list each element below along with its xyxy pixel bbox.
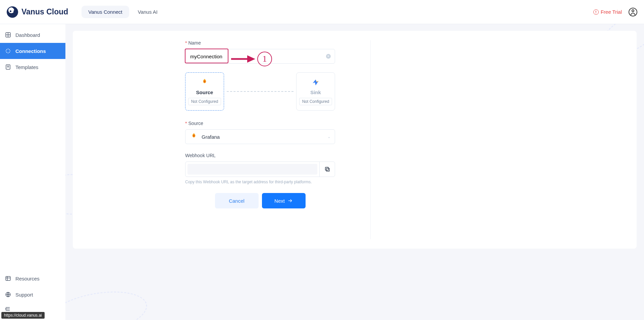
webhook-row (185, 162, 335, 177)
svg-rect-15 (326, 168, 329, 171)
sink-icon (311, 78, 320, 87)
user-icon (632, 9, 634, 12)
grafana-icon (190, 132, 198, 141)
form-actions: Cancel Next (185, 193, 335, 208)
chevron-down-icon: ⌄ (327, 134, 331, 139)
dashboard-icon (5, 31, 11, 38)
clear-icon[interactable]: ✕ (326, 54, 331, 59)
sidebar-label: Resources (15, 276, 40, 281)
nav-tabs: Vanus Connect Vanus AI (82, 6, 164, 18)
source-card-title: Source (196, 89, 213, 95)
support-icon (5, 291, 11, 298)
alert-icon: ! (593, 9, 599, 15)
sidebar-label: Connections (15, 48, 46, 54)
webhook-hint: Copy this Webhook URL as the target addr… (185, 180, 335, 184)
logo-icon (7, 6, 18, 18)
form-card: *Name ✕ 1 Source Not Configured (73, 31, 637, 249)
copy-button[interactable] (319, 162, 335, 177)
sidebar-item-connections[interactable]: Connections (0, 43, 65, 59)
templates-icon (5, 64, 11, 70)
sidebar-item-dashboard[interactable]: Dashboard (0, 27, 65, 43)
svg-rect-16 (325, 167, 328, 170)
grafana-icon (200, 78, 209, 87)
sidebar: Dashboard Connections Templates Resource… (0, 24, 65, 320)
sink-card-title: Sink (310, 89, 321, 95)
source-card-status: Not Configured (188, 98, 221, 105)
free-trial-label: Free Trial (601, 9, 622, 15)
header: Vanus Cloud Vanus Connect Vanus AI ! Fre… (0, 0, 644, 24)
sink-card-status: Not Configured (299, 98, 332, 105)
sidebar-item-resources[interactable]: Resources (0, 270, 65, 286)
source-sink-row: Source Not Configured Sink Not Configure… (185, 72, 335, 111)
sidebar-label: Templates (15, 64, 38, 70)
sink-card[interactable]: Sink Not Configured (296, 72, 335, 111)
sidebar-label: Support (15, 292, 33, 298)
collapse-icon (5, 306, 11, 312)
source-card[interactable]: Source Not Configured (185, 72, 224, 111)
connections-icon (5, 48, 11, 54)
next-button[interactable]: Next (262, 193, 306, 208)
sidebar-item-templates[interactable]: Templates (0, 59, 65, 75)
annotation-highlight (185, 49, 228, 63)
source-label: *Source (185, 121, 335, 126)
next-label: Next (274, 198, 285, 204)
sidebar-item-support[interactable]: Support (0, 286, 65, 303)
logo-text: Vanus Cloud (21, 7, 68, 16)
webhook-label: Webhook URL (185, 153, 335, 158)
arrow-right-icon (287, 198, 293, 203)
user-menu[interactable] (629, 8, 637, 16)
cancel-button[interactable]: Cancel (215, 193, 259, 208)
free-trial-badge[interactable]: ! Free Trial (593, 9, 622, 15)
logo[interactable]: Vanus Cloud (7, 6, 68, 18)
webhook-value (187, 164, 317, 175)
status-bar-url: https://cloud.vanus.ai (1, 312, 45, 319)
sidebar-label: Dashboard (15, 32, 40, 38)
copy-icon (324, 166, 330, 172)
resources-icon (5, 275, 11, 282)
name-label: *Name (185, 40, 335, 46)
source-selected: Grafana (202, 134, 324, 140)
connector-line (227, 91, 293, 92)
source-select[interactable]: Grafana ⌄ (185, 129, 335, 144)
svg-rect-6 (6, 276, 10, 280)
tab-vanus-connect[interactable]: Vanus Connect (82, 6, 129, 18)
tab-vanus-ai[interactable]: Vanus AI (131, 6, 164, 18)
main: *Name ✕ 1 Source Not Configured (65, 24, 644, 320)
